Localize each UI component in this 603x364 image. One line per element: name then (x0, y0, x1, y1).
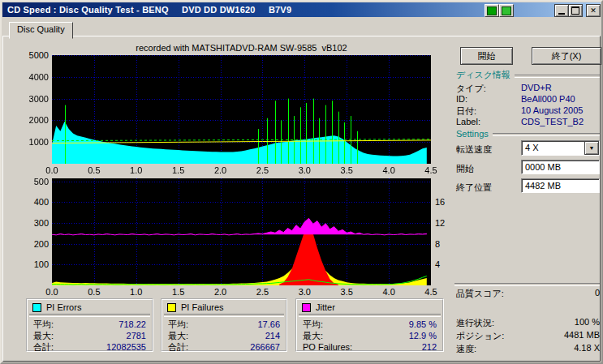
disc-info-header-label: ディスク情報 (456, 69, 510, 81)
tab-label: Disc Quality (17, 24, 65, 34)
stat-row: 平均:9.85 % (297, 319, 442, 330)
minimize-button[interactable] (554, 4, 569, 17)
stat-label: 合計: (168, 341, 188, 353)
start-position-label: 開始 (456, 163, 474, 175)
stat-label: 最大: (33, 330, 54, 341)
stat-label: 平均: (168, 319, 188, 330)
x-axis-tick: 2.0 (211, 165, 230, 175)
stat-row: 平均:17.66 (162, 319, 286, 330)
titlebar[interactable]: CD Speed : Disc Quality Test - BENQ DVD … (2, 2, 601, 17)
start-button-label: 開始 (478, 50, 496, 62)
recorded-with-text: recorded with MATSHITADVD-RAM SW-9585 vB… (52, 43, 431, 53)
x-axis-tick: 4.5 (421, 287, 441, 297)
green-disc-icon (487, 6, 497, 15)
x-axis-tick: 1.0 (127, 287, 146, 297)
stat-row: 合計:266667 (162, 341, 286, 353)
y-axis-tick: 500 (21, 177, 49, 186)
speed-value: 4.18 X (505, 343, 600, 353)
end-position-label: 終了位置 (456, 182, 492, 194)
titlebar-tool-icon-1[interactable] (485, 4, 499, 17)
pi-errors-swatch-icon (32, 303, 41, 312)
settings-header: Settings (456, 129, 600, 139)
box-rule (299, 314, 441, 317)
transfer-speed-label: 転送速度 (456, 143, 492, 156)
stat-label: 最大: (168, 330, 188, 341)
header-rule (515, 75, 600, 78)
y2-axis-tick: 12 (435, 218, 451, 228)
y2-axis-tick: 4 (435, 259, 451, 269)
green-save-icon (502, 6, 511, 15)
disc-id-label: ID: (456, 94, 467, 104)
speed-select[interactable]: 4 X ▼ (521, 140, 600, 156)
stat-row: 最大:214 (162, 330, 286, 341)
y-axis-tick: 200 (21, 239, 49, 249)
stat-row: 最大:2781 (28, 330, 152, 341)
stat-row: 合計:12082535 (28, 341, 152, 353)
disc-type-label: タイプ: (456, 83, 486, 95)
titlebar-tool-icon-2[interactable] (499, 4, 514, 17)
close-button[interactable]: ✕ (586, 4, 601, 17)
position-label: ポジション: (456, 330, 504, 342)
stat-label: 最大: (303, 330, 323, 341)
start-button[interactable]: 開始 (460, 47, 513, 65)
disc-id-value: BeAll000 P40 (521, 94, 575, 104)
stat-value: 266667 (250, 341, 280, 353)
x-axis-tick: 2.5 (252, 165, 272, 175)
stat-row: 最大:12.9 % (297, 330, 442, 341)
stat-value: 12082535 (106, 341, 146, 353)
header-rule (493, 133, 600, 136)
error-rate-chart (52, 55, 431, 164)
speed-select-value: 4 X (522, 141, 584, 155)
x-axis-tick: 4.0 (379, 287, 398, 297)
x-axis-tick: 0.0 (42, 165, 62, 175)
y2-axis-tick: 8 (435, 239, 451, 249)
stat-row: PO Failures:212 (297, 341, 442, 353)
x-axis-tick: 3.0 (295, 165, 314, 175)
stat-value: 718.22 (118, 319, 146, 330)
pi-failures-title: PI Failures (181, 302, 224, 312)
quality-score-label: 品質スコア: (456, 288, 504, 300)
maximize-icon (571, 6, 579, 15)
dropdown-arrow-icon[interactable]: ▼ (584, 141, 599, 155)
x-axis-tick: 0.0 (42, 287, 62, 297)
disc-label-label: Label: (456, 117, 480, 126)
x-axis-tick: 2.5 (252, 287, 272, 297)
disc-date-label: 日付: (456, 105, 476, 118)
y-axis-tick: 2000 (21, 115, 49, 125)
box-rule (29, 314, 150, 317)
progress-value: 100 % (505, 317, 600, 327)
y-axis-tick: 5000 (21, 50, 49, 60)
y-axis-tick: 100 (21, 259, 49, 269)
stat-label: 平均: (303, 319, 323, 330)
y-axis-tick: 400 (21, 197, 49, 207)
exit-button[interactable]: 終了(X) (532, 47, 601, 65)
end-position-input[interactable]: 4482 MB (521, 178, 600, 193)
pi-failures-swatch-icon (167, 303, 176, 312)
minimize-icon (558, 13, 565, 15)
stat-label: 平均: (33, 319, 54, 330)
tab-disc-quality[interactable]: Disc Quality (9, 22, 73, 39)
speed-label: 速度: (456, 343, 476, 355)
x-axis-tick: 3.5 (337, 287, 356, 297)
stat-row: 平均:718.22 (28, 319, 152, 330)
y-axis-tick: 1000 (21, 137, 49, 147)
y-axis-tick: 300 (21, 218, 49, 228)
stat-value: 212 (422, 341, 437, 353)
maximize-button[interactable] (568, 4, 583, 17)
position-value: 4481 MB (505, 330, 600, 340)
jitter-box: Jitter 平均:9.85 % 最大:12.9 % PO Failures:2… (295, 298, 444, 352)
app-window: CD Speed : Disc Quality Test - BENQ DVD … (0, 0, 603, 364)
y2-axis-tick: 16 (435, 197, 451, 207)
x-axis-tick: 1.5 (169, 165, 188, 175)
jitter-swatch-icon (302, 303, 311, 312)
start-position-input[interactable]: 0000 MB (521, 160, 600, 174)
disc-date-value: 10 August 2005 (521, 105, 583, 115)
stat-value: 12.9 % (409, 330, 437, 341)
x-axis-tick: 4.0 (379, 165, 398, 175)
close-icon: ✕ (590, 6, 597, 15)
x-axis-tick: 4.5 (421, 165, 441, 175)
pi-errors-box: PI Errors 平均:718.22 最大:2781 合計:12082535 (26, 298, 153, 352)
y-axis-tick: 4000 (21, 72, 49, 82)
disc-type-value: DVD+R (521, 83, 552, 92)
pi-failures-box: PI Failures 平均:17.66 最大:214 合計:266667 (161, 298, 287, 352)
